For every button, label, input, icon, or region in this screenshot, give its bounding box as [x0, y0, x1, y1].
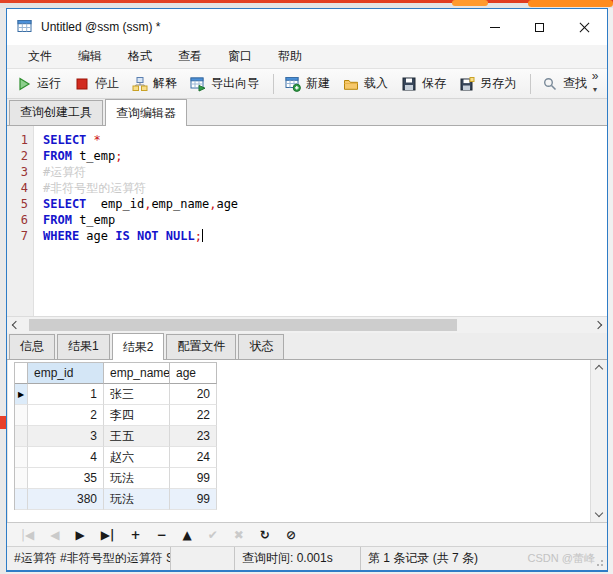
- cell-age[interactable]: 20: [170, 384, 217, 405]
- cell-age[interactable]: 22: [170, 405, 217, 426]
- row-marker: [15, 426, 28, 447]
- save-changes-button[interactable]: ✔: [208, 528, 218, 542]
- save-as-button[interactable]: 另存为: [454, 72, 521, 95]
- table-row[interactable]: 2 李四 22: [15, 405, 217, 426]
- scroll-up-icon[interactable]: [595, 365, 603, 373]
- line-number: 2: [7, 148, 34, 164]
- cell-emp-name[interactable]: 李四: [104, 405, 170, 426]
- cell-emp-name[interactable]: 张三: [104, 384, 170, 405]
- stop-retrieval-button[interactable]: ⊘: [286, 528, 296, 542]
- tab-status[interactable]: 状态: [238, 334, 284, 359]
- discard-changes-button[interactable]: ✖: [234, 528, 244, 542]
- next-record-button[interactable]: ▶: [76, 528, 85, 542]
- record-navigator: |◀ ◀ ▶ ▶| + − ▲ ✔ ✖ ↻ ⊘: [7, 522, 607, 546]
- edit-record-button[interactable]: ▲: [183, 528, 192, 542]
- line-number: 6: [7, 212, 34, 228]
- stop-button[interactable]: 停止: [69, 72, 124, 95]
- close-button[interactable]: [562, 9, 607, 45]
- row-marker: [15, 468, 28, 489]
- horizontal-scrollbar[interactable]: [7, 316, 607, 333]
- tab-result-2[interactable]: 结果2: [112, 333, 165, 360]
- horizontal-scrollbar-thumb[interactable]: [29, 319, 457, 331]
- column-header-emp-name[interactable]: emp_name: [104, 363, 170, 384]
- cell-emp-id[interactable]: 2: [28, 405, 104, 426]
- find-button[interactable]: 查找: [537, 72, 592, 95]
- resize-grip[interactable]: [601, 564, 603, 566]
- row-marker-header[interactable]: [15, 363, 28, 384]
- open-folder-icon: [343, 76, 359, 92]
- export-wizard-icon: [190, 76, 206, 92]
- cell-emp-id[interactable]: 380: [28, 489, 104, 510]
- insert-record-button[interactable]: +: [130, 528, 140, 542]
- sql-editor[interactable]: 1 SELECT * 2 FROM t_emp; 3 #运算符 4 #非符号型的…: [7, 126, 607, 316]
- maximize-button[interactable]: [517, 9, 562, 45]
- save-button[interactable]: 保存: [396, 72, 451, 95]
- refresh-button[interactable]: ↻: [260, 528, 270, 542]
- scroll-right-icon[interactable]: [594, 321, 602, 329]
- menu-format[interactable]: 格式: [115, 45, 165, 68]
- menu-file[interactable]: 文件: [15, 45, 65, 68]
- cell-emp-id[interactable]: 3: [28, 426, 104, 447]
- table-row[interactable]: 35 玩法 99: [15, 468, 217, 489]
- tab-messages[interactable]: 信息: [9, 334, 55, 359]
- cell-emp-name[interactable]: 玩法: [104, 489, 170, 510]
- column-header-age[interactable]: age: [170, 363, 217, 384]
- window-title: Untitled @ssm (ssm) *: [41, 20, 161, 34]
- menu-edit[interactable]: 编辑: [65, 45, 115, 68]
- cell-age[interactable]: 99: [170, 489, 217, 510]
- page-background-right: [608, 8, 613, 574]
- table-header-row: emp_id emp_name age: [15, 363, 217, 384]
- first-record-button[interactable]: |◀: [21, 528, 34, 542]
- app-icon: [17, 18, 33, 37]
- tab-query-editor[interactable]: 查询编辑器: [105, 99, 187, 126]
- tab-result-1[interactable]: 结果1: [57, 334, 110, 359]
- table-row[interactable]: 4 赵六 24: [15, 447, 217, 468]
- table-row[interactable]: ▶ 1 张三 20: [15, 384, 217, 405]
- vertical-scrollbar[interactable]: [590, 360, 607, 522]
- orange-decoration: [528, 0, 613, 7]
- menu-help[interactable]: 帮助: [265, 45, 315, 68]
- cell-emp-name[interactable]: 玩法: [104, 468, 170, 489]
- tab-query-builder[interactable]: 查询创建工具: [9, 100, 103, 125]
- last-record-button[interactable]: ▶|: [101, 528, 115, 542]
- explain-button[interactable]: 解释: [127, 72, 182, 95]
- page-background-top: [0, 0, 613, 8]
- load-button[interactable]: 载入: [338, 72, 393, 95]
- cell-age[interactable]: 99: [170, 468, 217, 489]
- row-marker: [15, 489, 28, 510]
- cell-emp-id[interactable]: 35: [28, 468, 104, 489]
- table-row[interactable]: 3 王五 23: [15, 426, 217, 447]
- scroll-left-icon[interactable]: [12, 321, 20, 329]
- window-controls: [472, 9, 607, 45]
- scroll-down-icon[interactable]: [595, 509, 603, 517]
- toolbar-separator: [273, 74, 274, 94]
- search-icon: [542, 76, 558, 92]
- tab-profile[interactable]: 配置文件: [166, 334, 236, 359]
- menu-bar: 文件 编辑 格式 查看 窗口 帮助: [7, 45, 607, 69]
- menu-window[interactable]: 窗口: [215, 45, 265, 68]
- new-button[interactable]: 新建: [280, 72, 335, 95]
- minimize-button[interactable]: [472, 9, 517, 45]
- screen: Untitled @ssm (ssm) * 文件 编辑 格式 查看 窗口 帮助 …: [0, 0, 613, 574]
- title-bar[interactable]: Untitled @ssm (ssm) *: [7, 9, 607, 45]
- column-header-emp-id[interactable]: emp_id: [28, 363, 104, 384]
- cell-emp-id[interactable]: 4: [28, 447, 104, 468]
- cell-emp-name[interactable]: 赵六: [104, 447, 170, 468]
- cell-emp-id[interactable]: 1: [28, 384, 104, 405]
- run-icon: [16, 76, 32, 92]
- toolbar-overflow-button[interactable]: » ▾: [587, 70, 603, 96]
- explain-icon: [132, 76, 148, 92]
- code-text: FROM t_emp;: [34, 148, 123, 164]
- cell-emp-name[interactable]: 王五: [104, 426, 170, 447]
- menu-view[interactable]: 查看: [165, 45, 215, 68]
- cell-age[interactable]: 24: [170, 447, 217, 468]
- run-button[interactable]: 运行: [11, 72, 66, 95]
- export-wizard-button[interactable]: 导出向导: [185, 72, 264, 95]
- orange-decoration: [452, 0, 488, 6]
- delete-record-button[interactable]: −: [156, 528, 166, 542]
- chevron-down-icon: ▾: [587, 83, 603, 96]
- previous-record-button[interactable]: ◀: [50, 528, 59, 542]
- cell-age[interactable]: 23: [170, 426, 217, 447]
- line-number: 7: [7, 228, 34, 244]
- table-row[interactable]: 380 玩法 99: [15, 489, 217, 510]
